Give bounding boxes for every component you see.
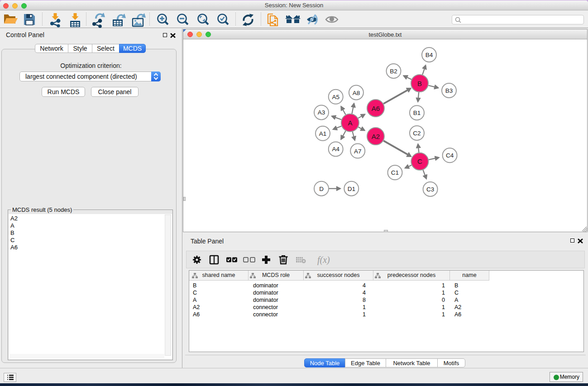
svg-text:C2: C2 [413, 130, 421, 137]
svg-text:B: B [417, 80, 422, 87]
svg-text:B2: B2 [390, 68, 397, 75]
svg-text:C1: C1 [391, 169, 399, 176]
svg-text:D1: D1 [348, 186, 355, 192]
svg-text:C: C [417, 157, 422, 165]
svg-text:A5: A5 [332, 94, 339, 100]
svg-text:A: A [348, 119, 352, 127]
svg-text:A1: A1 [319, 130, 327, 137]
svg-text:A8: A8 [353, 90, 360, 96]
svg-text:A6: A6 [372, 105, 380, 112]
svg-text:A3: A3 [318, 109, 325, 116]
svg-text:C3: C3 [426, 186, 434, 193]
svg-text:A7: A7 [354, 148, 362, 155]
svg-text:D: D [319, 186, 324, 192]
svg-text:B4: B4 [425, 52, 433, 58]
svg-text:C4: C4 [446, 152, 454, 159]
svg-text:A4: A4 [332, 146, 339, 152]
svg-text:B3: B3 [445, 87, 453, 94]
svg-text:B1: B1 [413, 110, 421, 116]
svg-text:f(x): f(x) [317, 255, 330, 265]
svg-text:A2: A2 [372, 133, 380, 140]
